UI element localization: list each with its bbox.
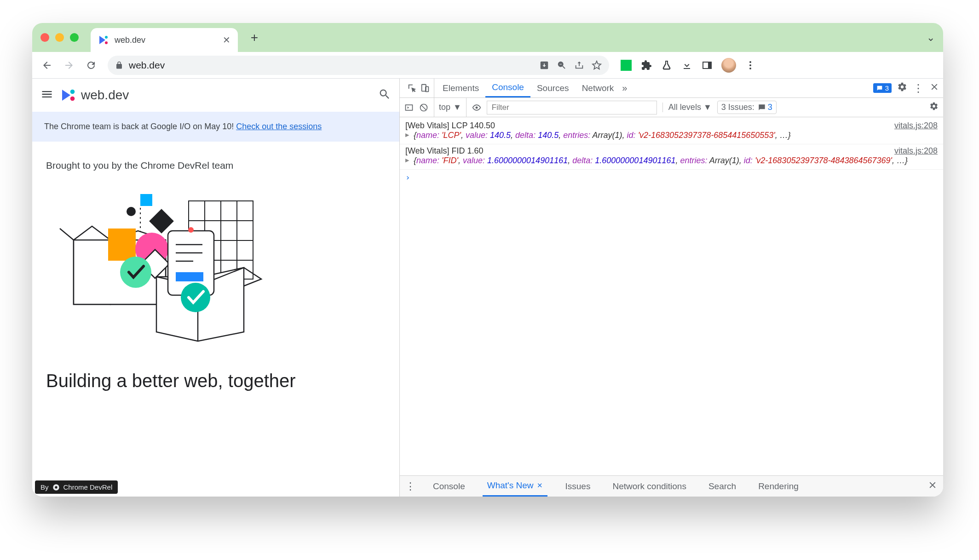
svg-rect-17	[149, 209, 174, 234]
close-window-button[interactable]	[40, 33, 49, 42]
omnibox-actions	[539, 60, 602, 70]
console-log-entry: [Web Vitals] LCP 140.50vitals.js:208{nam…	[400, 119, 943, 144]
svg-point-41	[475, 106, 478, 109]
console-output: [Web Vitals] LCP 140.50vitals.js:208{nam…	[400, 117, 943, 475]
svg-point-3	[749, 64, 751, 66]
tab-title: web.dev	[115, 35, 217, 45]
extensions-puzzle-icon[interactable]	[640, 59, 652, 71]
console-filter-input[interactable]	[487, 101, 657, 114]
console-toolbar: top ▼ All levels ▼ 3 Issues: 3	[400, 98, 943, 117]
reload-button[interactable]	[82, 56, 100, 74]
attribution-badge: By Chrome DevRel	[35, 480, 118, 494]
drawer-tab-what-s-new[interactable]: What's New✕	[483, 476, 548, 497]
tab-close-icon[interactable]: ✕	[223, 34, 230, 46]
hero-subtitle: Brought to you by the Chrome DevRel team	[46, 160, 386, 171]
extension-green-square[interactable]	[620, 59, 632, 71]
devtools-close-icon[interactable]	[929, 82, 939, 94]
page-pane: web.dev The Chrome team is back at Googl…	[32, 79, 399, 497]
issues-badge: 3	[757, 103, 772, 112]
site-search-icon[interactable]	[378, 88, 391, 103]
drawer-tab-search[interactable]: Search	[704, 476, 741, 497]
profile-avatar[interactable]	[721, 58, 736, 73]
hero-section: Brought to you by the Chrome DevRel team	[32, 142, 399, 410]
devtools-tab-elements[interactable]: Elements	[436, 79, 485, 97]
devtools-tab-console[interactable]: Console	[485, 79, 530, 97]
messages-badge[interactable]: 3	[873, 83, 892, 93]
svg-point-15	[127, 207, 136, 216]
side-panel-icon[interactable]	[701, 59, 713, 71]
drawer-tab-issues[interactable]: Issues	[560, 476, 595, 497]
inspect-element-icon[interactable]	[407, 83, 417, 93]
devtools-pane: ElementsConsoleSourcesNetwork » 3 ⋮ top	[399, 79, 943, 497]
execution-context-selector[interactable]: top ▼	[434, 98, 466, 117]
forward-button[interactable]	[60, 56, 78, 74]
log-source-link[interactable]: vitals.js:208	[894, 121, 938, 131]
browser-tab[interactable]: web.dev ✕	[91, 28, 238, 52]
console-sidebar-toggle-icon[interactable]	[404, 103, 414, 112]
promo-banner: The Chrome team is back at Google I/O on…	[32, 112, 399, 142]
log-message: [Web Vitals] LCP 140.50	[405, 121, 495, 131]
tab-strip: web.dev ✕ + ⌄	[32, 23, 943, 52]
svg-rect-14	[140, 194, 152, 206]
devtools-tab-sources[interactable]: Sources	[530, 79, 576, 97]
downloads-icon[interactable]	[681, 59, 693, 71]
hamburger-menu-icon[interactable]	[40, 88, 53, 103]
more-tabs-icon[interactable]: »	[622, 83, 627, 93]
issues-label: 3 Issues:	[721, 103, 754, 112]
devtools-settings-icon[interactable]	[897, 82, 907, 94]
maximize-window-button[interactable]	[70, 33, 79, 42]
bookmark-star-icon[interactable]	[592, 60, 602, 70]
devtools-tab-network[interactable]: Network	[576, 79, 621, 97]
drawer-close-icon[interactable]	[927, 480, 938, 492]
log-object[interactable]: {name: 'FID', value: 1.6000000014901161,…	[405, 156, 938, 166]
svg-point-4	[749, 68, 751, 69]
log-object[interactable]: {name: 'LCP', value: 140.5, delta: 140.5…	[405, 131, 938, 140]
hero-illustration	[46, 185, 281, 360]
favicon-icon	[98, 34, 109, 46]
lock-icon	[115, 61, 123, 69]
chrome-menu-icon[interactable]	[744, 59, 756, 71]
chrome-logo-icon	[52, 484, 60, 491]
drawer-tab-network-conditions[interactable]: Network conditions	[608, 476, 691, 497]
svg-point-6	[70, 90, 75, 94]
svg-point-2	[749, 61, 751, 63]
svg-rect-31	[176, 272, 203, 281]
live-expression-icon[interactable]	[472, 103, 481, 112]
banner-link[interactable]: Check out the sessions	[236, 122, 322, 131]
extension-labs-icon[interactable]	[661, 59, 673, 71]
minimize-window-button[interactable]	[55, 33, 64, 42]
address-bar[interactable]: web.dev	[108, 56, 609, 75]
clear-console-icon[interactable]	[419, 103, 428, 112]
devtools-menu-icon[interactable]: ⋮	[913, 83, 924, 94]
device-toggle-icon[interactable]	[420, 83, 430, 93]
chat-icon	[757, 103, 766, 112]
context-label: top	[439, 103, 450, 112]
attribution-name: Chrome DevRel	[63, 483, 113, 491]
issues-pill[interactable]: 3 Issues: 3	[717, 101, 777, 114]
levels-label: All levels	[668, 103, 701, 112]
hero-heading: Building a better web, together	[46, 371, 386, 391]
toolbar: web.dev	[32, 52, 943, 79]
console-filter	[487, 101, 657, 114]
share-icon[interactable]	[574, 60, 584, 70]
console-settings-icon[interactable]	[929, 102, 939, 113]
browser-window: web.dev ✕ + ⌄ web.dev	[32, 23, 943, 497]
drawer-tab-console[interactable]: Console	[428, 476, 470, 497]
zoom-out-icon[interactable]	[557, 60, 567, 70]
log-levels-selector[interactable]: All levels ▼	[662, 103, 712, 112]
banner-text: The Chrome team is back at Google I/O on…	[44, 122, 236, 131]
url-text: web.dev	[129, 60, 534, 71]
drawer-menu-icon[interactable]: ⋮	[405, 480, 415, 492]
log-source-link[interactable]: vitals.js:208	[894, 146, 938, 156]
install-pwa-icon[interactable]	[539, 60, 549, 70]
site-logo[interactable]: web.dev	[61, 87, 129, 103]
svg-point-1	[105, 36, 108, 39]
back-button[interactable]	[38, 56, 56, 74]
new-tab-button[interactable]: +	[245, 29, 264, 47]
tab-overflow-button[interactable]: ⌄	[927, 32, 935, 44]
drawer-tab-rendering[interactable]: Rendering	[754, 476, 803, 497]
drawer-tab-close-icon[interactable]: ✕	[537, 481, 543, 490]
svg-point-35	[55, 486, 57, 488]
console-prompt[interactable]: ›	[400, 170, 943, 185]
chat-icon	[876, 85, 883, 92]
